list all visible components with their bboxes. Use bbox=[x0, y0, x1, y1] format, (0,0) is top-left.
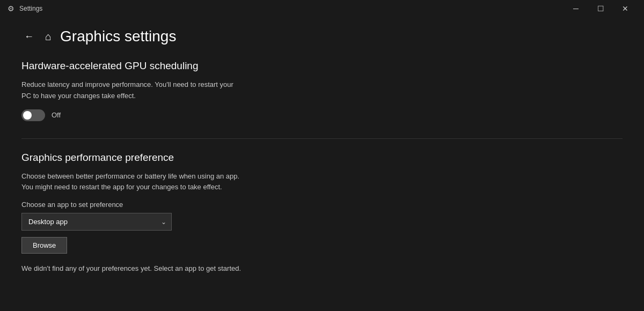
toggle-track bbox=[21, 109, 45, 121]
back-button[interactable]: ← bbox=[21, 29, 36, 44]
browse-button[interactable]: Browse bbox=[21, 237, 67, 254]
no-preferences-message: We didn't find any of your preferences y… bbox=[21, 264, 623, 272]
minimize-button[interactable]: ─ bbox=[564, 0, 588, 17]
page-title: Graphics settings bbox=[60, 28, 176, 45]
choose-app-label: Choose an app to set preference bbox=[21, 201, 623, 209]
title-bar: ⚙ Settings ─ ☐ ✕ bbox=[0, 0, 644, 17]
gpu-scheduling-title: Hardware-accelerated GPU scheduling bbox=[21, 60, 623, 72]
maximize-button[interactable]: ☐ bbox=[588, 0, 613, 17]
app-type-select[interactable]: Desktop app Microsoft Store app bbox=[21, 213, 172, 231]
gpu-scheduling-desc: Reduce latency and improve performance. … bbox=[21, 79, 322, 102]
app-icon: ⚙ bbox=[6, 4, 15, 13]
gpu-scheduling-toggle-row: Off bbox=[21, 109, 623, 121]
graphics-preference-section: Graphics performance preference Choose b… bbox=[21, 152, 623, 273]
app-type-select-wrapper: Desktop app Microsoft Store app ⌄ bbox=[21, 213, 172, 231]
gpu-scheduling-toggle[interactable] bbox=[21, 109, 45, 121]
graphics-preference-title: Graphics performance preference bbox=[21, 152, 623, 164]
toggle-thumb bbox=[23, 111, 32, 120]
page-header: ← ⌂ Graphics settings bbox=[21, 28, 623, 45]
window-controls: ─ ☐ ✕ bbox=[564, 0, 638, 17]
title-bar-text: Settings bbox=[19, 5, 564, 12]
gpu-scheduling-toggle-label: Off bbox=[52, 111, 61, 119]
gpu-scheduling-section: Hardware-accelerated GPU scheduling Redu… bbox=[21, 60, 623, 121]
close-button[interactable]: ✕ bbox=[613, 0, 638, 17]
graphics-preference-desc: Choose between better performance or bat… bbox=[21, 171, 322, 194]
section-divider bbox=[21, 138, 623, 139]
home-icon: ⌂ bbox=[45, 31, 52, 43]
main-content: ← ⌂ Graphics settings Hardware-accelerat… bbox=[0, 17, 644, 311]
